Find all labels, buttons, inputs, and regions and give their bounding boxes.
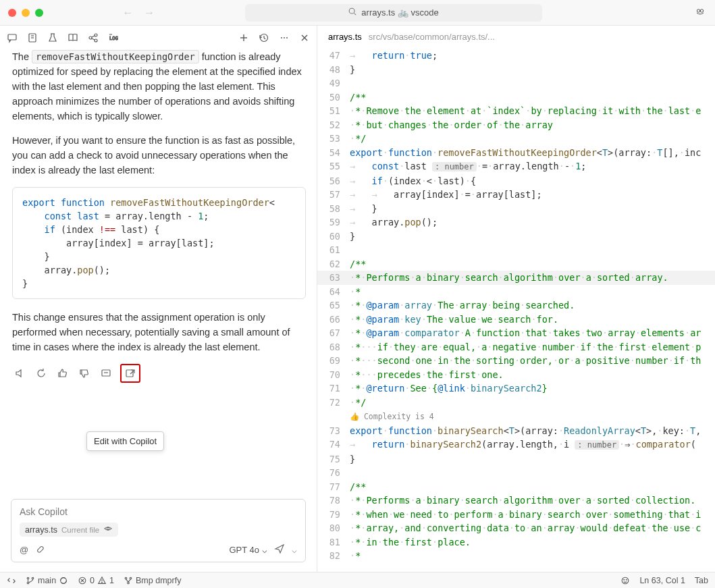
close-window-button[interactable]: [8, 9, 16, 17]
eye-icon: [103, 524, 113, 535]
code-line[interactable]: 71·*·@return·See·{@link·binarySearch2}: [317, 381, 715, 396]
code-line[interactable]: 80·*·array,·and·converting·data·to·an·ar…: [317, 521, 715, 535]
code-editor[interactable]: 47→ return·true;48}4950/**51·*·Remove·th…: [317, 49, 715, 572]
code-line[interactable]: 65·*·@param·array·The·array·being·search…: [317, 298, 715, 313]
command-center[interactable]: arrays.ts 🚲 vscode: [245, 4, 542, 22]
code-line[interactable]: 57→ → array[index]·=·array[last];: [317, 188, 715, 202]
svg-point-31: [27, 582, 29, 584]
code-line[interactable]: 78·*·Performs·a·binary·search·algorithm·…: [317, 493, 715, 508]
code-line[interactable]: 79·*·when·we·need·to·perform·a·binary·se…: [317, 508, 715, 522]
chevron-down-icon: ⌵: [262, 545, 267, 555]
model-selector[interactable]: GPT 4o ⌵: [229, 545, 267, 555]
svg-point-40: [128, 582, 130, 584]
code-line[interactable]: 63·*·Performs·a·binary·search·algorithm·…: [317, 271, 715, 285]
code-line[interactable]: 66·*·@param·key·The·value·we·search·for.: [317, 313, 715, 327]
svg-point-12: [95, 39, 97, 42]
code-line[interactable]: 54export·function·removeFastWithoutKeepi…: [317, 146, 715, 160]
code-line[interactable]: 76: [317, 466, 715, 480]
send-button[interactable]: [274, 543, 285, 556]
code-line[interactable]: 51·*·Remove·the·element·at·`index`·by·re…: [317, 104, 715, 118]
svg-line-28: [130, 370, 134, 374]
minimize-window-button[interactable]: [22, 9, 30, 17]
code-line[interactable]: 59→ array.pop();: [317, 215, 715, 230]
chat-panel: LOG The removeFastWithoutKeepingOrder fu…: [0, 26, 317, 572]
code-line[interactable]: 52·*·but·changes·the·order·of·the·array: [317, 118, 715, 132]
remote-indicator[interactable]: [7, 576, 16, 585]
code-line[interactable]: 55→ const·last : number·=·array.length·-…: [317, 159, 715, 174]
titlebar: ← → arrays.ts 🚲 vscode: [0, 0, 715, 26]
share-icon[interactable]: [88, 32, 99, 43]
status-bar: main 0 1 Bmp dmprfy Ln 63, Col 1 Tab: [0, 572, 715, 588]
svg-point-0: [350, 8, 355, 14]
ports-indicator[interactable]: Bmp dmprfy: [124, 576, 181, 585]
book-icon[interactable]: [68, 32, 78, 43]
code-line[interactable]: 56→ if·(index·<·last)·{: [317, 174, 715, 188]
breadcrumb[interactable]: arrays.ts src/vs/base/common/arrays.ts/.…: [317, 26, 715, 49]
attach-icon[interactable]: [35, 544, 45, 556]
svg-line-41: [126, 579, 129, 581]
code-line[interactable]: 70·*···precedes·the·first·one.: [317, 368, 715, 382]
chat-paragraph-1: The removeFastWithoutKeepingOrder functi…: [12, 49, 306, 124]
svg-point-21: [284, 37, 285, 38]
send-dropdown-icon[interactable]: ⌵: [292, 545, 297, 555]
svg-rect-27: [126, 370, 133, 377]
nav-forward-button[interactable]: →: [141, 4, 157, 22]
svg-point-10: [89, 36, 92, 39]
close-panel-button[interactable]: [299, 32, 310, 43]
code-line[interactable]: 48}: [317, 63, 715, 77]
code-line[interactable]: 58→ }: [317, 202, 715, 216]
code-line[interactable]: 50/**: [317, 90, 715, 105]
branch-indicator[interactable]: main: [26, 576, 68, 585]
svg-text:LOG: LOG: [109, 36, 118, 41]
code-line[interactable]: 61: [317, 243, 715, 257]
code-line[interactable]: 68·*···if·they·are·equal,·a·negative·num…: [317, 340, 715, 354]
code-line[interactable]: 77/**: [317, 480, 715, 494]
indentation-indicator[interactable]: Tab: [695, 576, 708, 585]
svg-point-11: [95, 34, 97, 36]
maximize-window-button[interactable]: [35, 9, 43, 17]
more-icon[interactable]: [279, 32, 290, 43]
inline-code: removeFastWithoutKeepingOrder: [32, 50, 199, 63]
code-line[interactable]: 60}: [317, 230, 715, 244]
code-line[interactable]: 49: [317, 76, 715, 90]
svg-point-3: [700, 9, 703, 12]
code-line[interactable]: 64·*: [317, 285, 715, 299]
new-chat-button[interactable]: [238, 32, 249, 43]
chat-icon[interactable]: [7, 32, 18, 43]
history-icon[interactable]: [259, 32, 269, 43]
code-line[interactable]: 73export·function·binarySearch<T>(array:…: [317, 424, 715, 438]
svg-point-44: [624, 579, 625, 580]
svg-point-29: [107, 527, 109, 530]
thumbs-up-icon[interactable]: [55, 366, 70, 381]
nav-back-button[interactable]: ←: [120, 4, 136, 22]
log-icon[interactable]: LOG: [108, 32, 119, 43]
code-line[interactable]: 62/**: [317, 257, 715, 271]
code-line[interactable]: 👍 Complexity is 4: [317, 409, 715, 424]
code-line[interactable]: 75}: [317, 452, 715, 466]
code-line[interactable]: 72·*/: [317, 396, 715, 410]
cursor-position[interactable]: Ln 63, Col 1: [639, 576, 685, 585]
svg-line-13: [92, 36, 95, 37]
mention-icon[interactable]: @: [20, 545, 28, 555]
code-line[interactable]: 82·*: [317, 549, 715, 563]
chat-input-box[interactable]: Ask Copilot arrays.ts Current file @ GPT…: [11, 499, 306, 562]
read-aloud-icon[interactable]: [12, 366, 27, 381]
code-line[interactable]: 81·*·in·the·first·place.: [317, 535, 715, 550]
search-icon: [348, 7, 357, 18]
feedback-icon[interactable]: [620, 576, 630, 585]
regenerate-icon[interactable]: [34, 366, 49, 381]
code-line[interactable]: 53·*/: [317, 132, 715, 146]
code-line[interactable]: 69·*···second·one·in·the·sorting·order,·…: [317, 354, 715, 368]
thumbs-down-icon[interactable]: [77, 366, 92, 381]
code-line[interactable]: 47→ return·true;: [317, 49, 715, 63]
notebook-icon[interactable]: [27, 32, 38, 43]
context-chip[interactable]: arrays.ts Current file: [20, 523, 118, 537]
edit-with-copilot-icon[interactable]: [123, 366, 138, 381]
copilot-titlebar-icon[interactable]: [695, 6, 706, 19]
code-line[interactable]: 67·*·@param·comparator·A·function·that·t…: [317, 326, 715, 340]
svg-point-22: [286, 37, 288, 38]
problems-indicator[interactable]: 0 1: [78, 576, 114, 585]
code-line[interactable]: 74→ return·binarySearch2(array.length,·i…: [317, 437, 715, 452]
beaker-icon[interactable]: [47, 32, 58, 43]
insert-at-cursor-icon[interactable]: [99, 366, 113, 381]
